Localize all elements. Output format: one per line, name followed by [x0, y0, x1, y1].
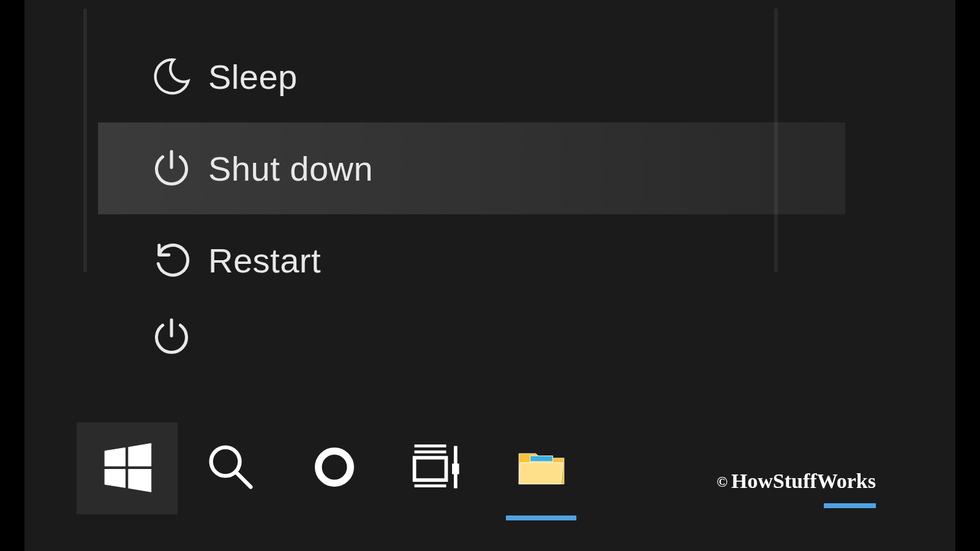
- power-menu-restart[interactable]: Restart: [98, 214, 845, 306]
- power-menu-label: Restart: [208, 241, 321, 280]
- moon-icon: [135, 54, 208, 99]
- svg-marker-0: [105, 448, 125, 466]
- start-button[interactable]: [77, 422, 178, 514]
- svg-rect-7: [414, 458, 446, 480]
- svg-marker-3: [128, 470, 151, 492]
- file-explorer-button[interactable]: [491, 422, 592, 514]
- panel-edge-left: [83, 9, 87, 272]
- search-button[interactable]: [180, 422, 281, 514]
- cortana-ring-icon: [309, 442, 360, 495]
- power-menu-sleep[interactable]: Sleep: [98, 31, 845, 122]
- svg-line-5: [236, 473, 251, 487]
- svg-marker-1: [128, 443, 151, 466]
- power-menu-label: Shut down: [208, 149, 373, 189]
- watermark-underline: [824, 503, 876, 508]
- windows-logo-icon: [100, 440, 154, 497]
- search-icon: [203, 440, 258, 497]
- power-menu-shutdown[interactable]: Shut down: [98, 122, 845, 214]
- svg-rect-12: [452, 463, 459, 474]
- power-button[interactable]: [98, 306, 845, 367]
- svg-marker-2: [105, 470, 125, 488]
- file-explorer-icon: [513, 439, 570, 498]
- svg-point-6: [318, 451, 350, 483]
- desktop: Sleep Shut down Restart: [24, 0, 956, 551]
- restart-icon: [135, 238, 208, 282]
- watermark: ©HowStuffWorks: [717, 470, 876, 493]
- power-icon: [135, 315, 208, 359]
- taskbar: [77, 422, 592, 514]
- watermark-text: HowStuffWorks: [731, 470, 876, 492]
- task-view-button[interactable]: [387, 422, 488, 514]
- power-menu-label: Sleep: [208, 57, 298, 97]
- power-menu: Sleep Shut down Restart: [98, 31, 845, 367]
- svg-rect-13: [530, 456, 552, 462]
- power-icon: [135, 146, 208, 190]
- copyright-symbol: ©: [717, 474, 728, 490]
- task-active-indicator: [506, 515, 577, 520]
- cortana-button[interactable]: [284, 422, 385, 514]
- task-view-icon: [409, 438, 467, 499]
